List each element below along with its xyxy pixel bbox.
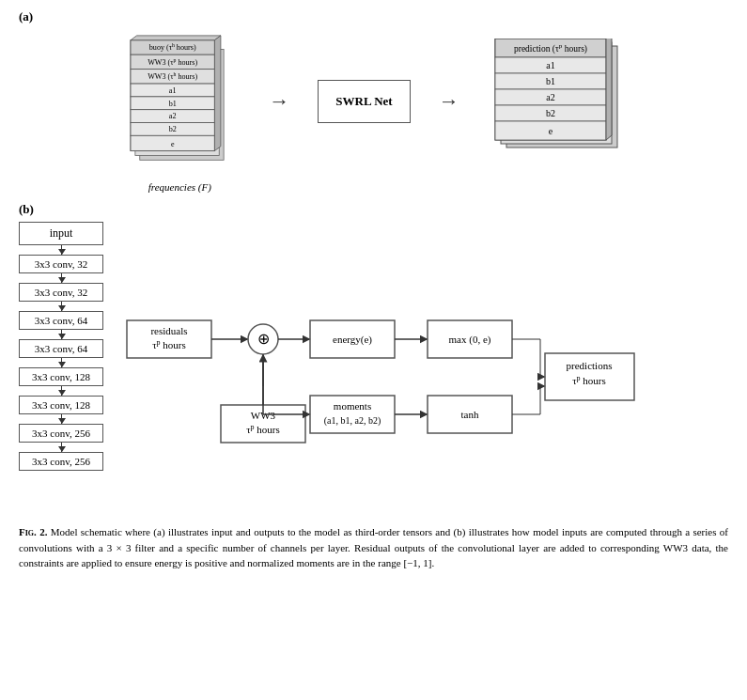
input-tensor: buoy (τh hours) WW3 (τp hours) WW3 (τh h…	[118, 29, 241, 179]
conv-box-8: 3x3 conv, 256	[19, 452, 103, 471]
svg-text:⊕: ⊕	[257, 331, 270, 347]
conv-label-8: 3x3 conv, 256	[32, 456, 90, 467]
swrl-label: SWRL Net	[335, 94, 392, 108]
part-a-diagram: buoy (τh hours) WW3 (τp hours) WW3 (τh h…	[19, 29, 728, 193]
input-box: input	[19, 222, 103, 245]
svg-text:b2: b2	[546, 108, 555, 118]
arrow-6-7	[61, 414, 62, 424]
swrl-net-box: SWRL Net	[318, 80, 410, 123]
svg-text:tanh: tanh	[461, 409, 479, 420]
conv-box-1: 3x3 conv, 32	[19, 255, 103, 273]
conv-label-7: 3x3 conv, 256	[32, 428, 90, 439]
arrow-1-2	[61, 273, 62, 283]
input-tensor-wrap: buoy (τh hours) WW3 (τp hours) WW3 (τh h…	[118, 29, 241, 193]
conv-label-6: 3x3 conv, 128	[32, 399, 90, 411]
network-flow: residuals τp hours ⊕ WW3 τp hours energy…	[117, 222, 728, 517]
conv-label-3: 3x3 conv, 64	[35, 315, 87, 326]
svg-text:b1: b1	[546, 76, 555, 86]
figure-caption: Fig. 2. Model schematic where (a) illust…	[19, 524, 728, 571]
svg-text:a1: a1	[169, 86, 177, 95]
svg-text:e: e	[171, 140, 175, 148]
svg-text:a2: a2	[169, 112, 177, 120]
svg-text:WW3 (τp hours): WW3 (τp hours)	[148, 57, 198, 67]
part-a-section: (a) buoy (τh hours) WW3 (τp hours)	[19, 9, 728, 193]
conv-box-7: 3x3 conv, 256	[19, 424, 103, 443]
arrow-7-8	[61, 443, 62, 452]
frequencies-label: frequencies (F)	[118, 181, 241, 193]
conv-label-5: 3x3 conv, 128	[32, 371, 90, 382]
prediction-wrap: prediction (τp hours) a1 b1 a2 b2 e	[488, 39, 629, 164]
conv-stack: input 3x3 conv, 32 3x3 conv, 32 3x3 conv…	[19, 222, 103, 471]
arrow-4-5	[61, 358, 62, 367]
svg-text:b2: b2	[169, 125, 177, 133]
svg-text:prediction (τp hours): prediction (τp hours)	[514, 42, 587, 54]
conv-box-5: 3x3 conv, 128	[19, 367, 103, 386]
conv-label-2: 3x3 conv, 32	[35, 287, 87, 298]
network-flow-svg: residuals τp hours ⊕ WW3 τp hours energy…	[117, 222, 644, 513]
svg-marker-19	[131, 36, 221, 40]
arrow-to-swrl: →	[269, 89, 289, 114]
arrow-2-3	[61, 302, 62, 311]
svg-text:a2: a2	[546, 92, 554, 102]
svg-text:predictions: predictions	[567, 360, 613, 371]
svg-text:WW3 (τh hours): WW3 (τh hours)	[148, 71, 198, 81]
svg-marker-37	[606, 39, 612, 140]
caption-label: Fig. 2.	[19, 526, 47, 537]
caption-text: Model schematic where (a) illustrates in…	[19, 526, 728, 568]
conv-box-4: 3x3 conv, 64	[19, 339, 103, 358]
svg-text:energy(e): energy(e)	[333, 334, 372, 346]
conv-box-2: 3x3 conv, 32	[19, 283, 103, 302]
part-b-label: (b)	[19, 202, 728, 217]
svg-text:(a1, b1, a2, b2): (a1, b1, a2, b2)	[324, 415, 381, 427]
svg-text:max (0, e): max (0, e)	[449, 334, 491, 346]
arrow-3-4	[61, 330, 62, 339]
conv-label-1: 3x3 conv, 32	[35, 258, 87, 270]
part-b-section: (b) input 3x3 conv, 32 3x3 conv, 32 3x3 …	[19, 202, 728, 517]
svg-text:moments: moments	[334, 400, 371, 412]
conv-box-3: 3x3 conv, 64	[19, 311, 103, 330]
arrow-from-swrl: →	[439, 89, 459, 114]
conv-box-6: 3x3 conv, 128	[19, 396, 103, 414]
conv-label-4: 3x3 conv, 64	[35, 343, 87, 354]
arrow-input-conv1	[61, 245, 62, 255]
svg-text:b1: b1	[169, 100, 177, 108]
part-b-diagram: input 3x3 conv, 32 3x3 conv, 32 3x3 conv…	[19, 222, 728, 517]
svg-text:a1: a1	[546, 60, 554, 70]
svg-text:e: e	[548, 126, 552, 136]
part-a-label: (a)	[19, 9, 728, 24]
svg-marker-20	[215, 36, 222, 151]
svg-text:residuals: residuals	[150, 325, 187, 336]
prediction-tensor: prediction (τp hours) a1 b1 a2 b2 e	[488, 39, 629, 161]
arrow-5-6	[61, 386, 62, 396]
input-label: input	[50, 226, 73, 240]
